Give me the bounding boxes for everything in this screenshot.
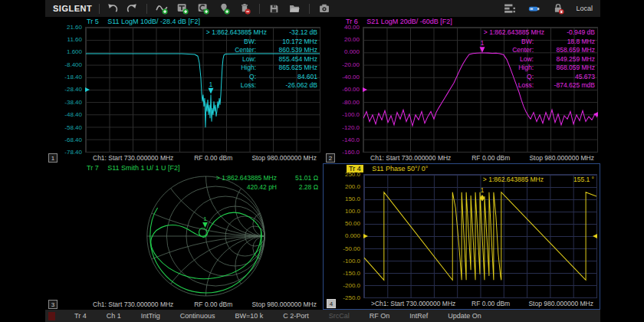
status-bar-item[interactable]: Tr 4 <box>64 312 97 320</box>
trace-header-tr6[interactable]: Tr 6 S21 LogM 20dB/ -60dB [F2] <box>323 17 600 27</box>
trace-name: Tr 7 <box>87 164 99 172</box>
marker-readout: > 1:862.643885 MHz -0.949 dB BW:18.8 MHz… <box>484 28 595 90</box>
marker-1[interactable]: 1 <box>202 215 208 228</box>
status-bar-item[interactable]: IntTrig <box>131 312 170 320</box>
window-number-badge[interactable]: 1 <box>48 153 58 163</box>
y-axis-scale: 21.6011.601.600-8.400-18.40-28.40-38.40-… <box>45 27 85 153</box>
usb-icon <box>527 3 540 15</box>
marker-readout: > 1:862.643885 MHz -32.12 dB BW:10.172 M… <box>206 28 317 90</box>
bandwidth-readout-row: BW:10.172 MHz <box>206 38 317 47</box>
trace-header-tr4[interactable]: Tr 4 S11 Phase 50°/ 0° <box>324 164 600 174</box>
marker-readout: > 1:862.643885 MHz 155.1 ° <box>483 176 594 185</box>
add-marker-icon[interactable] <box>218 2 230 15</box>
status-bar-item[interactable]: BW=10 k <box>225 312 273 320</box>
marker-1[interactable]: 1 <box>480 186 485 201</box>
window-number-badge[interactable]: 2 <box>326 153 335 163</box>
undo-icon[interactable] <box>107 3 118 15</box>
status-bar-item[interactable]: Update On <box>438 312 491 320</box>
screenshot-icon[interactable] <box>318 2 330 15</box>
window-number-badge[interactable]: 3 <box>48 300 58 309</box>
marker-frequency: > 1:862.643885 MHz <box>206 28 267 38</box>
impedance-readout-row: > 1:862.643885 MHz51.01 Ω <box>216 174 318 183</box>
redo-icon[interactable] <box>127 3 138 15</box>
status-bar-item[interactable]: Ch 1 <box>97 312 131 320</box>
status-bar-item[interactable]: IntRef <box>399 312 438 320</box>
trace-s11-phase <box>364 192 596 281</box>
plot-area-4[interactable]: 1 > 1:862.643885 MHz 155.1 ° <box>363 174 597 298</box>
rf-power[interactable]: RF 0.00 dBm <box>456 154 525 162</box>
new-channel-icon[interactable] <box>197 2 209 15</box>
plot-area-1[interactable]: 1 > 1:862.643885 MHz -32.12 dB BW:10.172… <box>85 27 320 153</box>
delete-icon[interactable] <box>238 2 251 15</box>
start-frequency[interactable]: Ch1: Start 730.000000 MHz <box>58 301 179 308</box>
trace-end-marker <box>593 112 598 117</box>
toolbar-separator <box>259 4 260 14</box>
smith-chart-grid <box>48 173 320 299</box>
bandwidth-readout-row: High:865.625 MHz <box>206 64 317 73</box>
rf-power[interactable]: RF 0.00 dBm <box>457 300 525 307</box>
trace-format: S21 LogM 20dB/ -60dB [F2] <box>366 18 452 25</box>
toolbar-separator <box>99 4 100 14</box>
y-axis-scale: 40.0020.000.000-20.00-40.00-60.00-80.00-… <box>323 27 363 153</box>
smith-chart-area[interactable]: 1 > 1:862.643885 MHz51.01 Ω420.42 pH2.28… <box>48 173 320 299</box>
bandwidth-readout-row: Center:860.539 MHz <box>206 46 317 55</box>
bandwidth-readout-row: Low:855.454 MHz <box>206 55 317 64</box>
trace-format: S11 Smith 1 U/ 1 U [F2] <box>107 164 179 172</box>
trace-header-tr5[interactable]: Tr 5 S11 LogM 10dB/ -28.4 dB [F2] <box>45 17 323 27</box>
stop-frequency[interactable]: Stop 980.000000 MHz <box>248 301 320 308</box>
local-remote-status[interactable]: Local <box>576 5 593 12</box>
status-bar-item[interactable]: SrcCal <box>319 312 360 320</box>
channel-status-bar: 4 >Ch1: Start 730.000000 MHz RF 0.00 dBm… <box>324 298 600 309</box>
status-bar-item[interactable]: C 2-Port <box>273 312 319 320</box>
status-bar-item[interactable]: RF On <box>360 312 400 320</box>
channel-status-bar: 1 Ch1: Start 730.000000 MHz RF 0.00 dBm … <box>45 153 323 163</box>
instrument-screen: SIGLENT Local <box>45 0 600 322</box>
trace-window-grid: Tr 5 S11 LogM 10dB/ -28.4 dB [F2] 21.601… <box>45 17 600 310</box>
top-toolbar: SIGLENT Local <box>45 0 600 17</box>
marker-value: 155.1 ° <box>554 176 594 185</box>
y-axis-scale: 250.0200.0150.0100.050.000.000-50.00-100… <box>324 174 363 298</box>
bandwidth-readout-row: Low:849.259 MHz <box>484 55 595 64</box>
lock-icon[interactable] <box>552 2 564 15</box>
trace-header-tr7[interactable]: Tr 7 S11 Smith 1 U/ 1 U [F2] <box>45 163 323 173</box>
channel-status-bar: 3 Ch1: Start 730.000000 MHz RF 0.00 dBm … <box>45 299 323 310</box>
toolbar-status-group: Local <box>504 2 593 15</box>
reference-level-marker[interactable] <box>363 87 367 92</box>
marker-value: -32.12 dB <box>278 28 317 38</box>
bandwidth-readout-row: Loss:-874.625 mdB <box>484 81 595 90</box>
toolbar-separator <box>309 4 310 14</box>
bandwidth-readout-row: Q:45.673 <box>484 73 595 82</box>
window-layout-icon[interactable] <box>504 2 516 15</box>
stop-frequency[interactable]: Stop 980.000000 MHz <box>248 154 320 162</box>
plot-area-2[interactable]: 1 > 1:862.643885 MHz -0.949 dB BW:18.8 M… <box>363 27 598 153</box>
toolbar-icon-group <box>107 2 330 15</box>
recall-icon[interactable] <box>288 2 301 15</box>
channel-status-bar: 2 Ch1: Start 730.000000 MHz RF 0.00 dBm … <box>323 153 600 163</box>
reference-level-marker[interactable] <box>85 87 90 92</box>
add-trace-icon[interactable] <box>156 2 168 15</box>
status-bar-item[interactable]: Continuous <box>170 312 225 320</box>
stop-frequency[interactable]: Stop 980.000000 MHz <box>525 300 596 307</box>
bandwidth-readout-row: Q:84.601 <box>206 73 317 82</box>
stop-frequency[interactable]: Stop 980.000000 MHz <box>525 154 597 162</box>
phase-trace-canvas: 1 <box>364 175 596 297</box>
trace-name: Tr 5 <box>87 18 99 25</box>
record-indicator <box>48 312 55 320</box>
save-icon[interactable] <box>268 3 280 15</box>
smith-chart-canvas: 1 <box>48 173 320 299</box>
rf-power[interactable]: RF 0.00 dBm <box>179 154 248 162</box>
bottom-status-bar: Tr 4Ch 1IntTrigContinuousBW=10 kC 2-Port… <box>45 310 600 322</box>
window-number-badge-active[interactable]: 4 <box>327 299 336 308</box>
new-trace-window-icon[interactable] <box>176 2 189 15</box>
trace-window-3: Tr 7 S11 Smith 1 U/ 1 U [F2] <box>45 163 323 310</box>
bandwidth-readout-row: BW:18.8 MHz <box>484 38 595 47</box>
reference-level-marker-right <box>593 234 597 238</box>
rf-power[interactable]: RF 0.00 dBm <box>179 301 248 308</box>
reference-level-marker[interactable] <box>363 234 368 238</box>
trace-format: S11 LogM 10dB/ -28.4 dB [F2] <box>107 18 200 25</box>
marker-value: -0.949 dB <box>555 28 595 38</box>
vna-application: SIGLENT Local <box>0 0 644 322</box>
trace-window-1: Tr 5 S11 LogM 10dB/ -28.4 dB [F2] 21.601… <box>45 17 323 163</box>
toolbar-separator <box>146 4 147 14</box>
marker-frequency: > 1:862.643885 MHz <box>484 28 544 38</box>
